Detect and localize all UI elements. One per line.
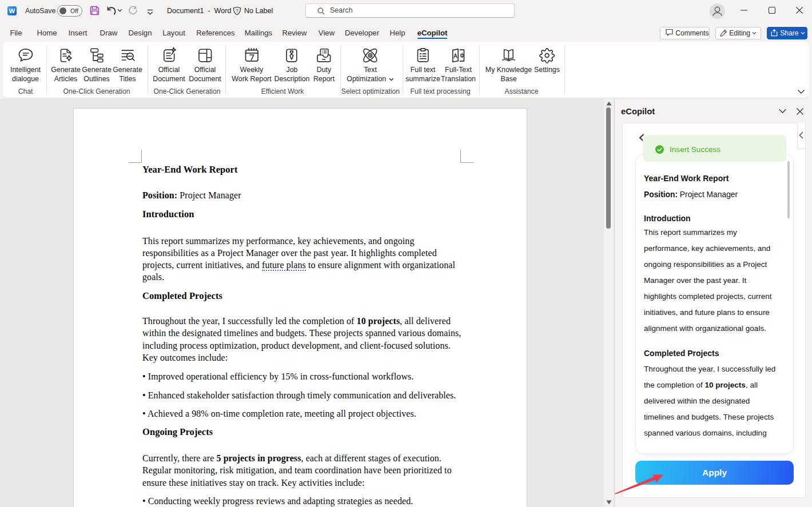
svg-text:?: ? xyxy=(236,8,238,14)
